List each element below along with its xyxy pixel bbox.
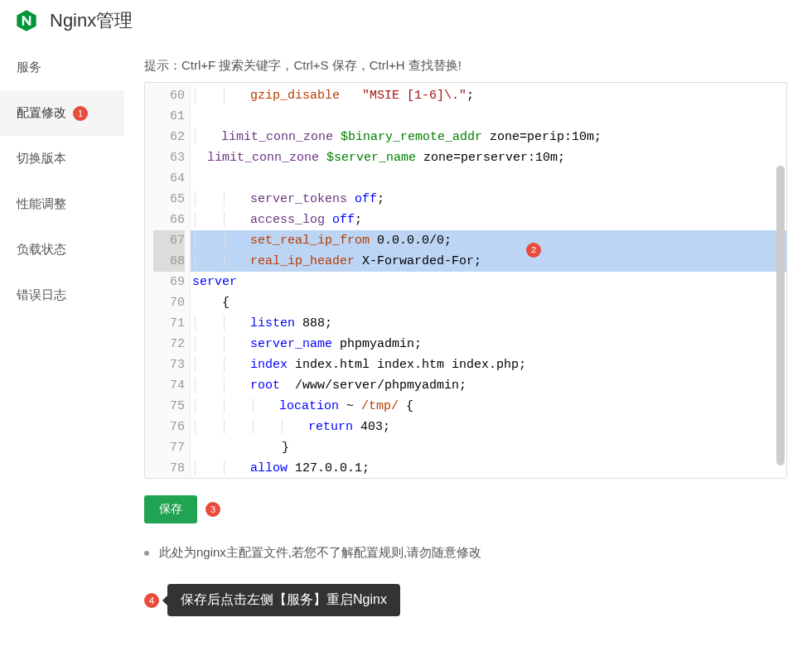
sidebar: 服务 配置修改 1 切换版本 性能调整 负载状态 错误日志 — [0, 45, 124, 656]
header: Nginx管理 — [0, 0, 812, 45]
code-area[interactable]: gzip_disable "MSIE [1-6]\."; limit_conn_… — [191, 83, 786, 478]
code-line[interactable]: allow 127.0.0.1; — [191, 458, 786, 478]
code-line[interactable] — [191, 106, 786, 127]
badge-2: 2 — [526, 243, 541, 258]
footer-actions: 保存 3 — [124, 479, 787, 523]
restart-tooltip: 保存后点击左侧【服务】重启Nginx — [167, 584, 400, 616]
tooltip-row: 4 保存后点击左侧【服务】重启Nginx — [124, 561, 787, 616]
code-line[interactable]: location ~ /tmp/ { — [191, 396, 786, 417]
badge-4: 4 — [144, 593, 159, 608]
sidebar-item-load[interactable]: 负载状态 — [0, 227, 124, 273]
sidebar-item-version[interactable]: 切换版本 — [0, 136, 124, 181]
code-line[interactable]: set_real_ip_from 0.0.0.0/0; — [191, 230, 786, 251]
line-number: 75 — [153, 396, 185, 417]
line-number: 73 — [153, 355, 185, 375]
bullet-icon — [144, 551, 149, 556]
code-line[interactable]: } — [191, 437, 786, 458]
line-number: 65 — [153, 189, 185, 210]
line-number: 71 — [153, 313, 185, 334]
line-number: 62 — [153, 127, 185, 147]
line-gutter: 6061626364656667686970717273747576777879 — [145, 83, 191, 478]
code-line[interactable]: server_tokens off; — [191, 189, 786, 210]
nginx-logo-icon — [15, 9, 38, 32]
sidebar-item-service[interactable]: 服务 — [0, 45, 124, 90]
hint-text: 提示：Ctrl+F 搜索关键字，Ctrl+S 保存，Ctrl+H 查找替换! — [124, 45, 787, 82]
code-line[interactable]: { — [191, 292, 786, 313]
main: 服务 配置修改 1 切换版本 性能调整 负载状态 错误日志 提示：Ctrl+F … — [0, 45, 812, 656]
page-title: Nginx管理 — [50, 8, 133, 33]
code-line[interactable]: root /www/server/phpmyadmin; — [191, 375, 786, 396]
code-line[interactable]: limit_conn_zone $server_name zone=perser… — [191, 147, 786, 168]
sidebar-item-config[interactable]: 配置修改 1 — [0, 90, 124, 136]
sidebar-label: 错误日志 — [17, 287, 66, 303]
code-line[interactable]: server — [191, 272, 786, 292]
warning-text: 此处为nginx主配置文件,若您不了解配置规则,请勿随意修改 — [159, 545, 481, 561]
line-number: 63 — [153, 147, 185, 168]
line-number: 77 — [153, 437, 185, 458]
sidebar-label: 服务 — [17, 60, 41, 75]
code-line[interactable]: gzip_disable "MSIE [1-6]\."; — [191, 85, 786, 106]
line-number: 74 — [153, 375, 185, 396]
line-number: 67 — [153, 230, 185, 251]
code-line[interactable]: limit_conn_zone $binary_remote_addr zone… — [191, 127, 786, 147]
editor-scrollbar[interactable] — [776, 166, 785, 465]
line-number: 68 — [153, 251, 185, 272]
sidebar-item-performance[interactable]: 性能调整 — [0, 181, 124, 227]
badge-3: 3 — [205, 502, 220, 517]
code-line[interactable]: index index.html index.htm index.php; — [191, 355, 786, 375]
warning-line: 此处为nginx主配置文件,若您不了解配置规则,请勿随意修改 — [124, 523, 787, 561]
sidebar-item-errorlog[interactable]: 错误日志 — [0, 273, 124, 318]
badge-1: 1 — [73, 106, 88, 121]
code-line[interactable]: listen 888; — [191, 313, 786, 334]
line-number: 76 — [153, 417, 185, 437]
code-line[interactable]: access_log off; — [191, 210, 786, 230]
line-number: 66 — [153, 210, 185, 230]
sidebar-label: 负载状态 — [17, 242, 66, 258]
line-number: 72 — [153, 334, 185, 355]
code-line[interactable]: server_name phpmyadmin; — [191, 334, 786, 355]
code-editor[interactable]: 6061626364656667686970717273747576777879… — [144, 82, 787, 479]
line-number: 69 — [153, 272, 185, 292]
sidebar-label: 配置修改 — [17, 105, 66, 121]
line-number: 70 — [153, 292, 185, 313]
sidebar-label: 切换版本 — [17, 151, 66, 166]
save-button[interactable]: 保存 — [144, 495, 197, 523]
line-number: 61 — [153, 106, 185, 127]
code-line[interactable]: real_ip_header X-Forwarded-For; — [191, 251, 786, 272]
line-number: 60 — [153, 85, 185, 106]
line-number: 64 — [153, 168, 185, 189]
line-number: 78 — [153, 458, 185, 479]
code-line[interactable] — [191, 168, 786, 189]
sidebar-label: 性能调整 — [17, 196, 66, 212]
content: 提示：Ctrl+F 搜索关键字，Ctrl+S 保存，Ctrl+H 查找替换! 6… — [124, 45, 812, 656]
code-line[interactable]: return 403; — [191, 417, 786, 437]
